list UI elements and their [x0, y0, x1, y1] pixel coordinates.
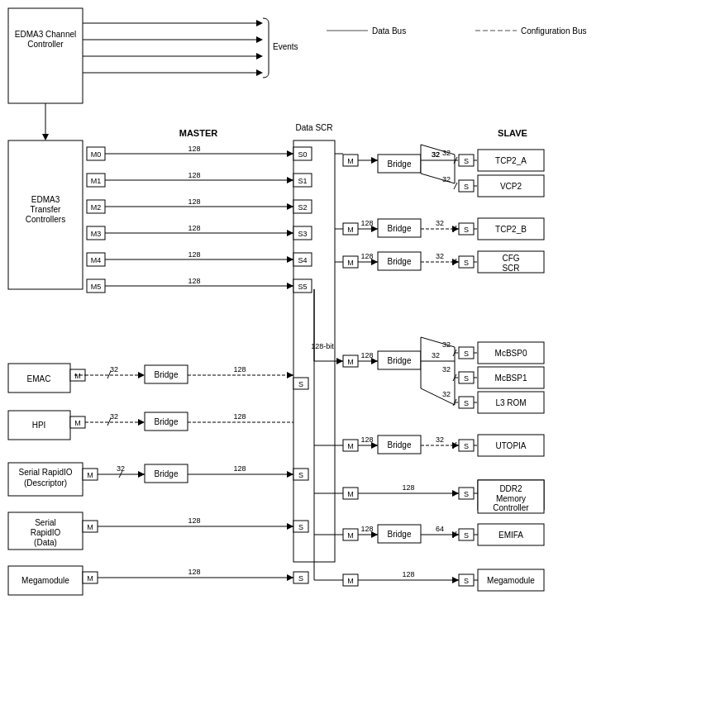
svg-marker-14 — [256, 69, 263, 76]
svg-text:EDMA3: EDMA3 — [31, 195, 60, 204]
svg-text:Events: Events — [273, 42, 298, 51]
svg-text:L3 ROM: L3 ROM — [495, 398, 526, 407]
svg-text:S: S — [464, 490, 469, 498]
svg-text:128: 128 — [188, 224, 200, 232]
svg-text:128: 128 — [188, 277, 200, 285]
svg-text:M: M — [87, 523, 93, 531]
svg-text:S1: S1 — [298, 177, 307, 185]
svg-text:32: 32 — [110, 412, 118, 421]
svg-text:MASTER: MASTER — [179, 128, 218, 138]
svg-marker-56 — [287, 203, 293, 210]
svg-text:M: M — [347, 442, 354, 450]
svg-marker-59 — [287, 230, 293, 236]
svg-text:Bridge: Bridge — [388, 356, 412, 365]
diagram-svg: Data Bus Configuration Bus EDMA3 Channel… — [0, 0, 706, 728]
svg-text:Controller: Controller — [27, 40, 64, 49]
svg-text:Serial: Serial — [35, 518, 56, 527]
svg-text:128: 128 — [360, 435, 373, 444]
svg-marker-250 — [452, 490, 459, 497]
svg-text:CFG: CFG — [502, 254, 519, 263]
svg-text:McBSP0: McBSP0 — [495, 349, 527, 358]
svg-text:32: 32 — [442, 175, 451, 183]
svg-text:S5: S5 — [298, 283, 307, 291]
svg-rect-4 — [8, 8, 83, 103]
svg-text:S: S — [298, 380, 303, 388]
svg-text:Megamodule: Megamodule — [487, 576, 535, 585]
svg-marker-53 — [287, 177, 293, 183]
svg-text:Bridge: Bridge — [388, 440, 412, 450]
svg-text:S: S — [464, 350, 469, 358]
svg-text:M1: M1 — [91, 177, 102, 185]
svg-text:TCP2_A: TCP2_A — [495, 156, 527, 165]
svg-text:S4: S4 — [298, 256, 307, 264]
svg-text:M: M — [347, 157, 354, 165]
svg-marker-10 — [256, 36, 263, 43]
svg-text:S3: S3 — [298, 230, 307, 238]
svg-text:M: M — [87, 574, 93, 583]
svg-text:Serial RapidIO: Serial RapidIO — [18, 468, 72, 477]
svg-text:32: 32 — [432, 150, 440, 159]
svg-marker-76 — [138, 372, 145, 378]
svg-text:EDMA3 Channel: EDMA3 Channel — [15, 30, 76, 39]
svg-text:TCP2_B: TCP2_B — [495, 225, 527, 234]
svg-text:HPI: HPI — [32, 421, 46, 430]
svg-text:128: 128 — [233, 365, 246, 374]
svg-text:SCR: SCR — [502, 264, 519, 273]
svg-text:S: S — [298, 523, 303, 531]
svg-text:S0: S0 — [298, 150, 307, 159]
svg-text:32: 32 — [442, 149, 451, 157]
svg-marker-65 — [287, 283, 293, 289]
svg-text:M: M — [347, 259, 354, 267]
svg-text:M: M — [347, 577, 354, 585]
svg-marker-81 — [287, 372, 293, 378]
svg-text:S2: S2 — [298, 203, 307, 212]
svg-text:M: M — [87, 471, 93, 479]
svg-text:Data Bus: Data Bus — [372, 26, 406, 36]
svg-text:M: M — [347, 531, 354, 540]
svg-marker-17 — [42, 134, 49, 140]
svg-text:Data SCR: Data SCR — [295, 123, 332, 132]
svg-text:Bridge: Bridge — [155, 370, 179, 379]
svg-text:64: 64 — [436, 525, 444, 533]
svg-text:S: S — [464, 259, 469, 267]
svg-text:128: 128 — [188, 145, 200, 153]
svg-text:32: 32 — [442, 390, 451, 398]
svg-text:M: M — [347, 490, 354, 498]
svg-text:32: 32 — [436, 435, 444, 444]
svg-marker-12 — [256, 53, 263, 59]
svg-text:Controllers: Controllers — [26, 215, 65, 224]
svg-text:M: M — [347, 226, 354, 234]
svg-text:M0: M0 — [91, 150, 102, 159]
svg-text:128: 128 — [233, 412, 246, 421]
svg-text:M: M — [347, 358, 354, 366]
svg-text:128: 128 — [360, 219, 373, 227]
svg-text:S: S — [298, 574, 303, 583]
svg-text:Memory: Memory — [496, 494, 526, 503]
svg-text:32: 32 — [110, 365, 118, 374]
svg-text:Bridge: Bridge — [388, 224, 412, 233]
svg-marker-62 — [287, 256, 293, 263]
svg-text:128: 128 — [402, 483, 414, 492]
svg-text:32: 32 — [442, 340, 451, 349]
svg-marker-129 — [287, 574, 293, 581]
svg-text:32: 32 — [436, 252, 444, 260]
svg-text:Bridge: Bridge — [155, 469, 179, 478]
svg-text:128: 128 — [188, 516, 200, 525]
svg-text:Configuration Bus: Configuration Bus — [521, 26, 587, 36]
svg-text:S: S — [464, 399, 469, 407]
svg-text:32: 32 — [432, 351, 440, 359]
svg-text:32: 32 — [442, 365, 451, 374]
svg-marker-276 — [452, 577, 459, 583]
svg-text:RapidIO: RapidIO — [31, 528, 61, 537]
svg-marker-90 — [138, 419, 145, 426]
svg-text:32: 32 — [436, 219, 444, 227]
svg-text:M: M — [74, 419, 81, 427]
svg-marker-8 — [256, 20, 263, 26]
svg-text:DDR2: DDR2 — [499, 484, 522, 493]
svg-text:UTOPIA: UTOPIA — [495, 441, 526, 450]
svg-text:128: 128 — [360, 351, 373, 359]
svg-text:M5: M5 — [91, 283, 102, 291]
svg-marker-109 — [287, 471, 293, 478]
svg-text:Bridge: Bridge — [155, 417, 179, 426]
svg-text:S: S — [464, 577, 469, 585]
